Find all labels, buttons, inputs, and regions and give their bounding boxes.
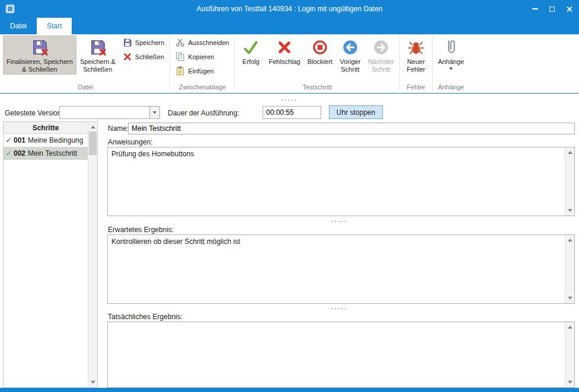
ribbon-tabstrip: Datei Start (0, 18, 579, 34)
ribbon-group-testschritt: Erfolg Fehlschlag Blockiert (235, 34, 398, 93)
cut-button[interactable]: Ausschneiden (172, 36, 232, 50)
scroll-up-arrow[interactable] (568, 326, 572, 329)
save-finalize-icon (31, 38, 49, 56)
window-title: Ausführen von Testfall 140934 : Login mi… (0, 0, 579, 18)
tab-datei[interactable]: Datei (0, 18, 37, 34)
titlebar: Ausführen von Testfall 140934 : Login mi… (0, 0, 579, 18)
scroll-up-arrow[interactable] (91, 126, 95, 128)
new-error-label: Neuer Fehler (407, 58, 425, 73)
splitter-handle[interactable]: ····· (104, 219, 575, 224)
step-label: Mein Testschritt (28, 149, 77, 158)
vertical-scrollbar[interactable] (565, 322, 574, 387)
fail-button[interactable]: Fehlschlag (265, 36, 303, 67)
scissors-icon (175, 38, 185, 47)
maximize-icon (549, 7, 555, 12)
actual-result-textarea[interactable] (107, 322, 575, 388)
app-window: Ausführen von Testfall 140934 : Login mi… (0, 0, 579, 392)
step-label: Meine Bedingung (28, 136, 83, 144)
ribbon-group-anhaenge: Anhänge Anhänge (433, 34, 469, 93)
ribbon: Finalisieren, Speichern & Schließen Spei… (0, 34, 579, 94)
step-item-001[interactable]: ✓ 001 Meine Bedingung (4, 134, 88, 147)
group-separator (399, 37, 400, 91)
attachments-button[interactable]: Anhänge (434, 36, 468, 71)
name-input[interactable] (128, 123, 575, 134)
copy-button[interactable]: Kopieren (172, 50, 217, 64)
minimize-button[interactable] (526, 0, 543, 18)
arrow-left-circle-icon (341, 38, 359, 56)
blocked-stop-icon (311, 38, 329, 56)
minimize-icon (532, 8, 538, 9)
finalize-save-close-label: Finalisieren, Speichern & Schließen (7, 58, 73, 73)
stop-clock-button[interactable]: Uhr stoppen (329, 105, 383, 119)
paste-button[interactable]: Einfügen (172, 64, 217, 78)
close-file-button[interactable]: Schließen (119, 50, 168, 64)
expected-result-text[interactable]: Kontrollieren ob dieser Schritt möglich … (108, 235, 565, 303)
expected-result-label: Erwartetes Ergebnis: (108, 226, 174, 234)
splitter-handle[interactable]: ····· (0, 97, 579, 103)
success-button[interactable]: Erfolg (236, 36, 265, 67)
scroll-up-arrow[interactable] (568, 151, 572, 154)
blocked-label: Blockiert (308, 58, 332, 66)
step-item-002[interactable]: ✓ 002 Mein Testschritt (4, 147, 88, 160)
steps-vertical-scrollbar[interactable] (88, 122, 97, 387)
scroll-down-arrow[interactable] (91, 381, 95, 384)
paste-label: Einfügen (188, 68, 213, 75)
name-label: Name: (108, 124, 129, 133)
save-label: Speichern (135, 39, 165, 46)
instructions-textarea[interactable]: Prüfung des Homebuttons (107, 147, 575, 216)
close-icon (566, 6, 572, 12)
scroll-down-arrow[interactable] (568, 381, 572, 384)
group-caption-testschritt: Testschritt (235, 83, 398, 93)
tested-version-input[interactable] (60, 107, 149, 118)
save-button[interactable]: Speichern (119, 36, 168, 50)
group-caption-anhaenge: Anhänge (433, 83, 469, 93)
close-button[interactable] (561, 0, 578, 18)
expected-result-textarea[interactable]: Kontrollieren ob dieser Schritt möglich … (107, 234, 575, 304)
check-icon: ✓ (4, 149, 14, 158)
vertical-scrollbar[interactable] (565, 147, 574, 216)
tab-start[interactable]: Start (37, 18, 72, 34)
scroll-down-arrow[interactable] (568, 209, 572, 212)
ribbon-group-datei: Finalisieren, Speichern & Schließen Spei… (2, 34, 169, 93)
app-icon[interactable] (5, 4, 15, 14)
scroll-up-arrow[interactable] (568, 239, 572, 242)
actual-result-text[interactable] (108, 322, 565, 387)
close-red-icon (123, 52, 132, 62)
instructions-label: Anweisungen: (108, 138, 152, 146)
cut-label: Ausschneiden (188, 39, 229, 46)
save-and-close-label: Speichern & Schließen (80, 58, 116, 73)
close-file-label: Schließen (135, 53, 164, 60)
group-caption-zwischenablage: Zwischenablage (171, 83, 233, 93)
tested-version-combobox[interactable] (59, 106, 160, 119)
tested-version-label: Getestete Version: (5, 109, 63, 117)
actual-result-label: Tatsächliches Ergebnis: (108, 313, 183, 321)
chevron-down-icon (449, 68, 453, 70)
step-number: 002 (14, 149, 25, 158)
next-step-label: Nächster Schritt (368, 58, 394, 73)
bug-icon (407, 38, 425, 56)
clipboard-icon (175, 66, 185, 76)
next-step-button[interactable]: Nächster Schritt (364, 36, 398, 75)
duration-label: Dauer der Ausführung: (168, 109, 239, 117)
finalize-save-close-button[interactable]: Finalisieren, Speichern & Schließen (3, 36, 76, 75)
instructions-text[interactable]: Prüfung des Homebuttons (108, 147, 565, 216)
arrow-right-circle-icon (372, 38, 390, 56)
success-label: Erfolg (242, 58, 260, 66)
blocked-button[interactable]: Blockiert (304, 36, 336, 67)
duration-input[interactable] (263, 106, 321, 119)
copy-icon (175, 52, 185, 62)
vertical-scrollbar[interactable] (565, 235, 574, 303)
previous-step-button[interactable]: Voriger Schritt (336, 36, 364, 75)
new-error-button[interactable]: Neuer Fehler (402, 36, 430, 75)
chevron-down-icon (153, 111, 156, 114)
scrollbar-thumb[interactable] (89, 131, 97, 155)
combobox-dropdown-button[interactable] (149, 107, 159, 118)
group-caption-fehler: Fehler (401, 83, 431, 93)
splitter-handle[interactable]: ····· (104, 306, 575, 311)
scroll-down-arrow[interactable] (568, 297, 572, 300)
x-icon (276, 38, 293, 56)
fail-label: Fehlschlag (268, 58, 300, 66)
steps-header: Schritte (4, 122, 88, 134)
save-and-close-button[interactable]: Speichern & Schließen (76, 36, 119, 75)
maximize-button[interactable] (543, 0, 561, 18)
